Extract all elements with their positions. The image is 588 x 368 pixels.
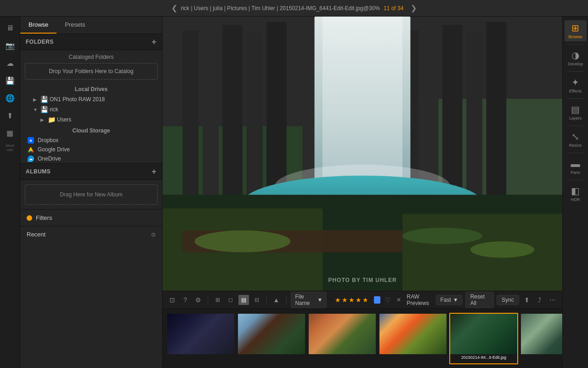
toolbar-separator3 bbox=[286, 295, 287, 305]
drive-rick[interactable]: ▼ 💾 rick bbox=[20, 104, 162, 115]
top-bar: ❮ rick | Users | julia | Pictures | Tim … bbox=[0, 0, 588, 17]
hdr-tool-icon: ◧ bbox=[571, 185, 580, 196]
resize-tool-icon: ⤡ bbox=[571, 131, 579, 142]
tool-separator1 bbox=[567, 44, 584, 45]
cloud2-icon[interactable]: 🌐 bbox=[2, 90, 18, 106]
reset-all-button[interactable]: Reset All bbox=[465, 292, 494, 308]
cloud-icon[interactable]: ☁ bbox=[2, 55, 18, 71]
star2-icon[interactable]: ★ bbox=[342, 296, 348, 304]
svg-rect-6 bbox=[223, 25, 243, 208]
layers-tool-icon: ▤ bbox=[571, 104, 580, 115]
view-strip-icon[interactable]: ▤ bbox=[238, 295, 249, 305]
preview-speed-dropdown[interactable]: Fast ▼ bbox=[436, 295, 462, 305]
layers-tool-label: Layers bbox=[569, 116, 582, 121]
sort-dropdown[interactable]: File Name ▼ bbox=[291, 292, 327, 308]
cloud-dropbox[interactable]: ◈ Dropbox bbox=[20, 136, 162, 145]
develop-tool-icon: ◑ bbox=[571, 50, 579, 61]
thumb-label-5: 20150214-IM...it-Edit.jpg bbox=[450, 354, 517, 360]
view-compare-icon[interactable]: ⊟ bbox=[252, 295, 262, 305]
tool-layers[interactable]: ▤ Layers bbox=[565, 102, 587, 123]
cloud-gdrive[interactable]: Google Drive bbox=[20, 145, 162, 154]
recent-chevron-icon: ⊙ bbox=[151, 231, 156, 238]
folder-users[interactable]: ▶ 📁 Users bbox=[20, 115, 162, 125]
thumbnail-2[interactable] bbox=[237, 313, 306, 364]
thumbnail-4[interactable] bbox=[379, 313, 447, 364]
thumb-image-4 bbox=[379, 314, 447, 354]
raw-label: RAW Previews bbox=[407, 293, 433, 306]
drive-on1[interactable]: ▶ 💾 ON1 Photo RAW 2018 bbox=[20, 94, 162, 104]
tool-separator4 bbox=[567, 126, 584, 126]
filmstrip: 20150214-IM...it-Edit.jpg bbox=[163, 308, 562, 368]
view-grid-icon[interactable]: ⊞ bbox=[213, 295, 223, 305]
thumb-image-6 bbox=[521, 314, 562, 354]
gdrive-icon bbox=[28, 146, 34, 153]
thumbnail-3[interactable] bbox=[308, 313, 377, 364]
monitor-icon[interactable]: 🖥 bbox=[2, 20, 18, 36]
thumb-image-3 bbox=[309, 314, 376, 354]
add-folder-button[interactable]: + bbox=[152, 38, 157, 46]
browse-tool-icon: ⊞ bbox=[571, 23, 579, 34]
reject-icon[interactable]: ✕ bbox=[394, 294, 404, 306]
star1-icon[interactable]: ★ bbox=[335, 296, 341, 304]
star-rating[interactable]: ★ ★ ★ ★ ★ bbox=[335, 296, 368, 304]
tool-browse[interactable]: ⊞ Browse bbox=[565, 20, 587, 41]
heart-icon[interactable]: ♡ bbox=[385, 296, 391, 304]
hdr-tool-label: HDR bbox=[571, 197, 580, 202]
toolbar-separator2 bbox=[266, 295, 267, 305]
thumbnail-1[interactable] bbox=[166, 313, 235, 364]
upload-icon[interactable]: ⬆ bbox=[522, 294, 532, 306]
help-icon[interactable]: ? bbox=[180, 294, 190, 306]
camera-icon[interactable]: 📷 bbox=[2, 38, 18, 53]
tool-separator5 bbox=[567, 153, 584, 153]
tab-browse[interactable]: Browse bbox=[20, 17, 57, 34]
share-icon[interactable]: ⤴ bbox=[535, 294, 545, 306]
nav-prev-arrow[interactable]: ❮ bbox=[168, 4, 181, 12]
drop-zone-catalog[interactable]: Drop Your Folders Here to Catalog bbox=[25, 63, 158, 80]
tool-resize[interactable]: ⤡ Resize bbox=[565, 129, 587, 150]
thumb-label-6 bbox=[521, 354, 562, 355]
recent-header[interactable]: Recent ⊙ bbox=[20, 226, 162, 242]
main-photo[interactable]: Photo by Tim Uhler bbox=[163, 17, 562, 291]
svg-rect-7 bbox=[247, 33, 263, 208]
panel-toggle-icon[interactable]: ⊡ bbox=[167, 294, 177, 306]
sort-direction-icon[interactable]: ▲ bbox=[271, 294, 281, 306]
drive-rick-label: rick bbox=[50, 106, 58, 113]
svg-point-23 bbox=[195, 230, 291, 253]
star3-icon[interactable]: ★ bbox=[349, 296, 355, 304]
sort-label: File Name bbox=[295, 293, 315, 306]
tool-effects[interactable]: ✦ Effects bbox=[565, 75, 587, 96]
svg-rect-5 bbox=[203, 39, 219, 209]
album-drop-zone[interactable]: Drag Here for New Album bbox=[25, 184, 158, 205]
view-single-icon[interactable]: ◻ bbox=[226, 295, 236, 305]
tool-pano[interactable]: ▬ Pano bbox=[565, 156, 587, 177]
hdd-icon[interactable]: 💾 bbox=[2, 73, 18, 88]
filters-label: Filters bbox=[36, 214, 52, 221]
sync-button[interactable]: Sync bbox=[497, 295, 519, 305]
shortcuts-icon[interactable]: ▦ bbox=[2, 125, 18, 141]
tool-develop[interactable]: ◑ Develop bbox=[565, 47, 587, 69]
settings-icon[interactable]: ⚙ bbox=[193, 294, 203, 306]
filters-header[interactable]: Filters bbox=[20, 210, 162, 226]
color-label-icon[interactable] bbox=[374, 296, 380, 304]
star5-icon[interactable]: ★ bbox=[362, 296, 368, 304]
tool-separator3 bbox=[567, 98, 584, 99]
drive-on1-label: ON1 Photo RAW 2018 bbox=[50, 96, 105, 103]
svg-point-25 bbox=[470, 242, 534, 258]
svg-rect-13 bbox=[486, 22, 507, 208]
cloud-onedrive[interactable]: ☁ OneDrive bbox=[20, 154, 162, 163]
raw-preview-area: RAW Previews Fast ▼ bbox=[407, 293, 462, 306]
add-album-button[interactable]: + bbox=[152, 167, 157, 176]
more-options-icon[interactable]: ⋯ bbox=[548, 294, 558, 306]
browse-tool-label: Browse bbox=[568, 34, 582, 39]
tab-presets[interactable]: Presets bbox=[57, 17, 93, 34]
tool-hdr[interactable]: ◧ HDR bbox=[565, 183, 587, 204]
thumbnail-6[interactable] bbox=[520, 313, 562, 364]
star4-icon[interactable]: ★ bbox=[356, 296, 362, 304]
thumbnail-5-selected[interactable]: 20150214-IM...it-Edit.jpg bbox=[449, 313, 518, 364]
import-icon[interactable]: ⬆ bbox=[2, 108, 18, 123]
nav-next-arrow[interactable]: ❯ bbox=[407, 4, 420, 12]
chevron-right-icon: ▶ bbox=[33, 97, 39, 102]
recent-label: Recent bbox=[27, 231, 45, 238]
toolbar-separator1 bbox=[208, 295, 208, 305]
thumb-label-4 bbox=[379, 354, 447, 355]
